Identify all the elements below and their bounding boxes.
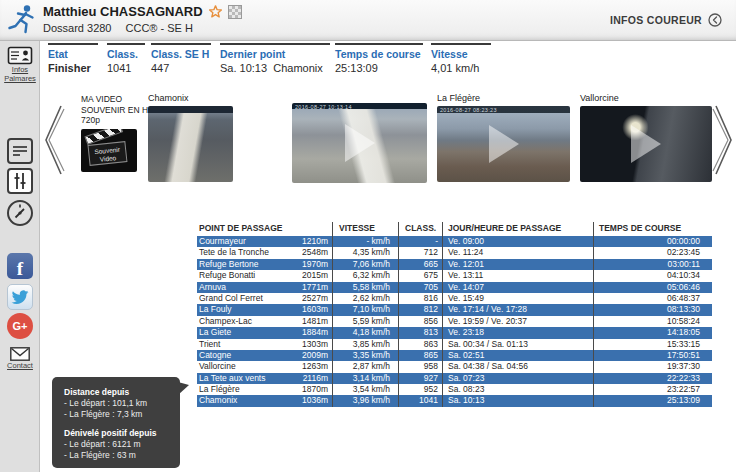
table-row[interactable]: La Tete aux vents2116m3,14 km/h927Sa. 07… — [197, 373, 712, 384]
cell-time: 23:22:57 — [593, 384, 712, 395]
carousel-prev-button[interactable] — [41, 103, 65, 177]
cell-day: Ve. 19:59 / Ve. 20:37 — [442, 316, 593, 327]
play-icon — [489, 125, 519, 163]
stat-etat: Etat Finisher — [48, 43, 98, 74]
bib-number: Dossard 3280 — [43, 22, 112, 34]
twitter-button[interactable] — [7, 284, 33, 310]
table-row[interactable]: Trient1303m3,85 km/h863Sa. 00:34 / Sa. 0… — [197, 339, 712, 350]
cell-speed: 5,59 km/h — [332, 316, 398, 327]
cell-alt: 1870m — [302, 384, 332, 395]
video-item: La Flégère 2016-08-27 08:23:23 — [437, 93, 570, 182]
video-thumbnail-vallorcine[interactable] — [580, 106, 712, 182]
cell-name: La Tete aux vents — [197, 373, 302, 384]
cell-name: Refuge Bertone — [197, 259, 302, 270]
table-row[interactable]: La Flégère1870m3,54 km/h952Sa. 08:2323:2… — [197, 384, 712, 395]
infos-coureur-button[interactable]: INFOS COUREUR — [610, 13, 722, 27]
cell-rank: 927 — [398, 373, 442, 384]
cell-name: Tete de la Tronche — [197, 247, 302, 258]
souvenir-video-item[interactable]: MA VIDEO SOUVENIR EN HD 720p Souvenir Vi… — [81, 94, 141, 172]
cell-speed: 4,18 km/h — [332, 327, 398, 338]
infos-coureur-label: INFOS COUREUR — [610, 14, 702, 26]
video-label: Vallorcine — [580, 93, 712, 103]
cell-rank: - — [398, 236, 442, 247]
col-point-de-passage: POINT DE PASSAGE — [197, 222, 332, 236]
envelope-icon — [10, 347, 30, 361]
souvenir-video-thumbnail[interactable]: Souvenir Video — [81, 129, 137, 172]
race-tracker-app: Matthieu CHASSAGNARD Dossard 3280CCC® - … — [0, 0, 736, 472]
cell-day: Ve. 14:07 — [442, 282, 593, 293]
tooltip-line: - La Flégère : 63 m — [64, 450, 170, 461]
cell-alt: 2009m — [302, 350, 332, 361]
cell-time: 02:23:45 — [593, 247, 712, 258]
table-row[interactable]: Refuge Bertone1970m7,06 km/h665Ve. 12:01… — [197, 259, 712, 270]
table-body: Courmayeur1210m- km/h-Ve. 09:0000:00:00T… — [197, 236, 712, 407]
cell-speed: 2,87 km/h — [332, 361, 398, 372]
cell-day: Sa. 00:34 / Sa. 01:13 — [442, 339, 593, 350]
cell-speed: 7,06 km/h — [332, 259, 398, 270]
cell-name: La Fouly — [197, 304, 302, 315]
sidebar-contact-label: Contact — [0, 361, 40, 370]
runner-logo-icon — [7, 3, 39, 38]
sidebar-compass-button[interactable] — [7, 200, 33, 226]
cell-alt: 1603m — [302, 304, 332, 315]
cell-day: Ve. 09:00 — [442, 236, 593, 247]
table-row[interactable]: Champex-Lac1481m5,59 km/h856Ve. 19:59 / … — [197, 316, 712, 327]
facebook-button[interactable]: f — [7, 253, 33, 279]
stat-value: 4,01 km/h — [431, 62, 491, 74]
stat-label: Class. — [107, 48, 145, 60]
table-header: POINT DE PASSAGE VITESSE CLASS. JOUR/HEU… — [197, 222, 712, 236]
cell-alt: 2116m — [302, 373, 332, 384]
cell-day: Sa. 07:23 — [442, 373, 593, 384]
table-row[interactable]: Catogne2009m3,35 km/h865Sa. 02:5117:50:5… — [197, 350, 712, 361]
twitter-bird-icon — [10, 287, 30, 307]
cell-name: Champex-Lac — [197, 316, 302, 327]
cell-day: Sa. 04:38 / Sa. 04:56 — [442, 361, 593, 372]
cell-speed: 2,62 km/h — [332, 293, 398, 304]
table-row[interactable]: Grand Col Ferret2527m2,62 km/h816Ve. 15:… — [197, 293, 712, 304]
table-row[interactable]: Tete de la Tronche2548m4,35 km/h712Ve. 1… — [197, 247, 712, 258]
video-timestamp: 2016-08-27 10:13:14 — [295, 104, 352, 110]
tooltip-line: - Le départ : 6121 m — [64, 439, 170, 450]
cell-name: La Giete — [197, 327, 302, 338]
cell-alt: 1303m — [302, 339, 332, 350]
table-row[interactable]: Vallorcine1263m2,87 km/h958Sa. 04:38 / S… — [197, 361, 712, 372]
sidebar-contact-link[interactable]: Contact — [0, 347, 40, 370]
cell-time: 25:13:09 — [593, 395, 712, 406]
cell-day: Ve. 15:49 — [442, 293, 593, 304]
cell-time: 08:13:30 — [593, 304, 712, 315]
google-plus-button[interactable]: G+ — [7, 313, 33, 339]
tooltip-line: - La Flégère : 7,3 km — [64, 409, 170, 420]
cell-alt: 1481m — [302, 316, 332, 327]
topbar: Matthieu CHASSAGNARD Dossard 3280CCC® - … — [0, 0, 736, 41]
cell-time: 05:06:46 — [593, 282, 712, 293]
table-row[interactable]: Arnuva1771m5,58 km/h705Ve. 14:0705:06:46 — [197, 282, 712, 293]
video-thumbnail-chamonix-start[interactable] — [148, 106, 233, 182]
table-row[interactable]: La Giete1884m4,18 km/h813Ve. 23:1814:18:… — [197, 327, 712, 338]
video-thumbnail-la-flegere[interactable]: 2016-08-27 08:23:23 — [437, 106, 570, 182]
photo-placeholder-icon[interactable] — [228, 5, 242, 19]
stat-value: Finisher — [48, 62, 98, 74]
cell-rank: 863 — [398, 339, 442, 350]
cell-time: 19:37:30 — [593, 361, 712, 372]
cell-alt: 1210m — [302, 236, 332, 247]
carousel-next-button[interactable] — [712, 103, 736, 177]
favorite-star-icon[interactable] — [209, 5, 222, 18]
google-plus-icon: G+ — [13, 320, 28, 332]
stat-label: Vitesse — [431, 48, 491, 60]
souvenir-video-title: MA VIDEO SOUVENIR EN HD 720p — [81, 94, 141, 126]
cell-speed: 3,14 km/h — [332, 373, 398, 384]
table-row[interactable]: Chamonix1036m3,96 km/h1041Sa. 10:1325:13… — [197, 395, 712, 406]
cell-day: Ve. 11:24 — [442, 247, 593, 258]
table-row[interactable]: Courmayeur1210m- km/h-Ve. 09:0000:00:00 — [197, 236, 712, 247]
cell-rank: 952 — [398, 384, 442, 395]
cell-time: 17:50:51 — [593, 350, 712, 361]
video-thumbnail-current[interactable]: 2016-08-27 10:13:14 — [292, 103, 427, 183]
cell-speed: 6,32 km/h — [332, 270, 398, 281]
table-row[interactable]: La Fouly1603m7,10 km/h812Ve. 17:14 / Ve.… — [197, 304, 712, 315]
cell-rank: 958 — [398, 361, 442, 372]
cell-day: Ve. 23:18 — [442, 327, 593, 338]
table-row[interactable]: Refuge Bonatti2015m6,32 km/h675Ve. 13:11… — [197, 270, 712, 281]
cell-time: 03:00:11 — [593, 259, 712, 270]
stat-dernier-point: Dernier point Sa. 10:13 Chamonix — [220, 43, 330, 74]
cell-rank: 856 — [398, 316, 442, 327]
